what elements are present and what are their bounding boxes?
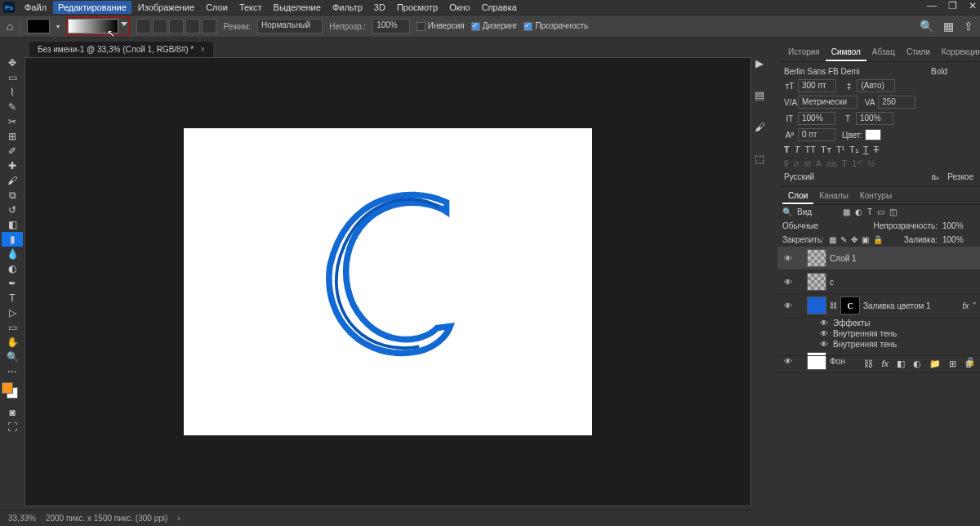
delete-layer-icon[interactable]: 🗑	[964, 359, 973, 371]
filter-adj-icon[interactable]: ◐	[855, 207, 862, 216]
opentype-fi[interactable]: fi	[784, 158, 789, 169]
zoom-readout[interactable]: 33,33%	[8, 514, 36, 523]
lock-pixels-icon[interactable]: ▦	[829, 235, 836, 244]
home-icon[interactable]: ⌂	[7, 20, 13, 33]
pen-tool[interactable]: ✒	[2, 276, 23, 291]
gradient-diamond[interactable]	[202, 19, 216, 33]
type-tool[interactable]: T	[2, 291, 23, 305]
status-chevron-icon[interactable]: ›	[177, 514, 180, 523]
layer-name[interactable]: Заливка цветом 1	[863, 301, 931, 310]
fx-item[interactable]: Внутренняя тень	[833, 340, 897, 349]
quick-mask-tool[interactable]: ◙	[2, 405, 23, 420]
tab-paths[interactable]: Контуры	[854, 189, 898, 204]
gradient-reflected[interactable]	[185, 19, 200, 33]
text-color-swatch[interactable]	[865, 129, 881, 140]
layer-name[interactable]: Слой 1	[830, 254, 857, 263]
menu-item-view[interactable]: Просмотр	[392, 1, 443, 14]
strike-btn[interactable]: T	[874, 145, 880, 155]
document-canvas[interactable]	[184, 128, 592, 435]
tab-channels[interactable]: Каналы	[813, 189, 854, 204]
panel-icon-2[interactable]: 🖌	[755, 121, 765, 133]
checkbox-transparency[interactable]	[523, 22, 532, 31]
opacity-input[interactable]: 100%	[372, 19, 410, 33]
antialias-select[interactable]: Резкое	[947, 172, 973, 181]
lock-move-icon[interactable]: ✥	[851, 235, 858, 244]
hand-tool[interactable]: ✋	[2, 335, 23, 350]
panel-icon-3[interactable]: ⬚	[755, 153, 764, 165]
quick-select-tool[interactable]: ✎	[2, 100, 23, 114]
window-maximize-icon[interactable]: ❐	[948, 0, 957, 11]
crop-tool[interactable]: ✂	[2, 114, 23, 129]
dodge-tool[interactable]: ◐	[2, 261, 23, 276]
layer-thumb[interactable]	[807, 249, 826, 267]
fx-badge[interactable]: fx ˅	[962, 301, 975, 310]
tab-layers[interactable]: Слои	[782, 189, 813, 204]
layer-name[interactable]: c	[830, 278, 834, 287]
menu-item-file[interactable]: Файл	[20, 1, 51, 14]
language-select[interactable]: Русский	[784, 172, 923, 181]
gradient-radial[interactable]	[153, 19, 167, 33]
color-swatches[interactable]	[2, 382, 23, 399]
menu-item-text[interactable]: Текст	[234, 1, 267, 14]
lock-position-icon[interactable]: ✎	[840, 235, 847, 244]
tab-character[interactable]: Символ	[826, 44, 866, 61]
tab-paragraph[interactable]: Абзац	[866, 44, 901, 61]
lock-all-icon[interactable]: 🔒	[873, 235, 883, 244]
opentype-1st[interactable]: 1ˢᵗ	[852, 158, 862, 169]
gradient-angle[interactable]	[169, 19, 184, 33]
document-tab[interactable]: Без имени-1 @ 33,3% (Слой 1, RGB/8#) * ×	[29, 42, 213, 57]
history-brush-tool[interactable]: ↺	[2, 203, 23, 217]
tab-adjustments[interactable]: Коррекция	[936, 44, 980, 61]
opentype-st[interactable]: st	[804, 158, 811, 169]
menu-item-window[interactable]: Окно	[444, 1, 475, 14]
tracking-input[interactable]: 250	[878, 96, 915, 109]
layer-fx-icon[interactable]: fx	[881, 359, 889, 371]
eraser-tool[interactable]: ◧	[2, 217, 23, 232]
baseline-input[interactable]: 0 пт	[798, 128, 835, 141]
smallcaps-btn[interactable]: Tᴛ	[821, 145, 831, 155]
underline-btn[interactable]: T	[863, 145, 869, 155]
allcaps-btn[interactable]: TT	[804, 145, 815, 155]
fx-visibility-icon[interactable]: 👁	[818, 329, 830, 338]
tab-styles[interactable]: Стили	[901, 44, 936, 61]
opentype-sigma[interactable]: σ	[794, 158, 800, 169]
opentype-A[interactable]: A	[816, 158, 822, 169]
blur-tool[interactable]: 💧	[2, 247, 23, 261]
search-icon[interactable]: 🔍	[782, 207, 792, 216]
opentype-ad[interactable]: aa	[826, 158, 836, 169]
share-icon[interactable]: ⇪	[964, 20, 973, 33]
filter-shape-icon[interactable]: ▭	[877, 207, 884, 216]
gradient-picker[interactable]	[68, 19, 118, 33]
brush-tool[interactable]: 🖌	[2, 173, 23, 188]
gradient-linear[interactable]	[136, 19, 151, 33]
font-size-input[interactable]: 300 пт	[798, 79, 836, 92]
lock-artboard-icon[interactable]: ▣	[862, 235, 869, 244]
fx-visibility-icon[interactable]: 👁	[818, 340, 830, 349]
kerning-input[interactable]: Метрически	[798, 96, 858, 109]
layer-row[interactable]: 👁 Слой 1	[777, 247, 980, 270]
zoom-tool[interactable]: 🔍	[2, 350, 23, 364]
superscript-btn[interactable]: T¹	[836, 145, 844, 155]
healing-tool[interactable]: ✚	[2, 158, 23, 173]
window-minimize-icon[interactable]: —	[927, 0, 937, 11]
arrange-icon[interactable]: ▦	[943, 20, 954, 33]
hscale-input[interactable]: 100%	[856, 112, 893, 125]
gradient-tool[interactable]: ▮	[2, 232, 23, 247]
visibility-icon[interactable]: 👁	[782, 254, 794, 263]
shape-tool[interactable]: ▭	[2, 320, 23, 335]
search-icon[interactable]: 🔍	[920, 20, 933, 33]
menu-item-3d[interactable]: 3D	[369, 1, 390, 14]
layer-row[interactable]: 👁 ⛓ C Заливка цветом 1 fx ˅	[777, 294, 980, 318]
menu-item-layers[interactable]: Слои	[201, 1, 233, 14]
layer-filter-select[interactable]: Вид	[797, 207, 838, 216]
subscript-btn[interactable]: T₁	[849, 145, 858, 155]
blend-mode-select[interactable]: Нормальный	[257, 19, 323, 33]
fill-input[interactable]: 100%	[942, 235, 975, 244]
panel-icon-1[interactable]: ▤	[755, 89, 764, 101]
menu-item-help[interactable]: Справка	[477, 1, 522, 14]
layer-thumb[interactable]	[807, 273, 826, 291]
move-tool[interactable]: ✥	[2, 56, 23, 70]
layer-mask-icon[interactable]: ◧	[897, 359, 905, 371]
frame-tool[interactable]: ⊞	[2, 129, 23, 144]
close-tab-icon[interactable]: ×	[200, 45, 205, 54]
